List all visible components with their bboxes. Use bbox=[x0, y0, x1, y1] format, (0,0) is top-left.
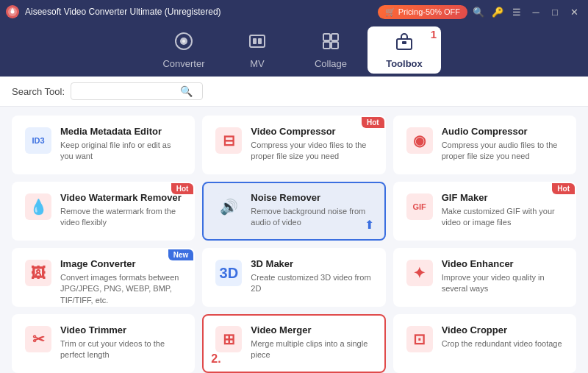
close-btn[interactable]: ✕ bbox=[566, 4, 582, 20]
tool-info-video-trimmer: Video TrimmerTrim or cut your videos to … bbox=[60, 324, 183, 361]
tool-desc-gif-maker: Make customized GIF with your video or i… bbox=[442, 206, 564, 229]
app-title: Aiseesoft Video Converter Ultimate (Unre… bbox=[25, 7, 378, 17]
icon-wrap-gif-maker: GIF bbox=[405, 192, 434, 221]
tool-card-image-converter[interactable]: New🖼Image ConverterConvert images format… bbox=[12, 248, 195, 307]
svg-rect-11 bbox=[331, 42, 338, 49]
tool-desc-audio-compressor: Compress your audio files to the proper … bbox=[442, 140, 564, 163]
tool-info-video-cropper: Video CropperCrop the redundant video fo… bbox=[442, 324, 564, 349]
tool-name-video-trimmer: Video Trimmer bbox=[60, 324, 183, 335]
tool-desc-media-metadata-editor: Keep original file info or edit as you w… bbox=[60, 140, 183, 163]
tool-name-audio-compressor: Audio Compressor bbox=[442, 126, 564, 137]
icon-wrap-noise-remover: 🔊 bbox=[214, 192, 243, 221]
search-submit-btn[interactable]: 🔍 bbox=[180, 85, 193, 97]
tool-desc-video-watermark-remover: Remove the watermark from the video flex… bbox=[60, 206, 183, 229]
nav-bar: Converter MV Collage 1 bbox=[0, 24, 588, 77]
key-btn[interactable]: 🔑 bbox=[490, 4, 506, 20]
nav-item-collage[interactable]: Collage bbox=[294, 26, 368, 74]
tool-desc-video-compressor: Compress your video files to the proper … bbox=[251, 140, 373, 163]
icon-audio-compressor: ◉ bbox=[406, 127, 433, 154]
tool-card-video-trimmer[interactable]: ✂Video TrimmerTrim or cut your videos to… bbox=[12, 314, 195, 373]
icon-image-converter: 🖼 bbox=[25, 260, 51, 286]
icon-video-cropper: ⊡ bbox=[406, 326, 433, 352]
tool-name-video-compressor: Video Compressor bbox=[251, 126, 373, 137]
tool-card-video-cropper[interactable]: ⊡Video CropperCrop the redundant video f… bbox=[393, 314, 576, 373]
tool-card-video-compressor[interactable]: Hot⊟Video CompressorCompress your video … bbox=[202, 116, 385, 174]
tool-desc-video-enhancer: Improve your video quality in several wa… bbox=[442, 272, 564, 295]
tool-info-media-metadata-editor: Media Metadata EditorKeep original file … bbox=[60, 126, 183, 163]
tool-card-media-metadata-editor[interactable]: ID3Media Metadata EditorKeep original fi… bbox=[12, 116, 195, 174]
tool-desc-3d-maker: Create customized 3D video from 2D bbox=[251, 272, 373, 295]
tool-desc-video-merger: Merge multiple clips into a single piece bbox=[251, 338, 373, 361]
svg-rect-8 bbox=[323, 34, 330, 40]
tool-info-video-merger: Video MergerMerge multiple clips into a … bbox=[251, 324, 373, 361]
toolbox-number: 1 bbox=[431, 28, 437, 40]
toolbox-icon bbox=[395, 32, 414, 55]
tool-info-video-compressor: Video CompressorCompress your video file… bbox=[251, 126, 373, 163]
tool-name-video-enhancer: Video Enhancer bbox=[442, 258, 564, 269]
icon-video-watermark-remover: 💧 bbox=[25, 193, 51, 220]
icon-video-compressor: ⊟ bbox=[215, 127, 242, 154]
svg-rect-7 bbox=[258, 38, 262, 44]
tool-info-image-converter: Image ConverterConvert images formats be… bbox=[60, 258, 183, 306]
tool-desc-noise-remover: Remove background noise from audio of vi… bbox=[251, 206, 373, 229]
tool-info-noise-remover: Noise RemoverRemove background noise fro… bbox=[251, 192, 373, 229]
tool-desc-image-converter: Convert images formats between JPG/JPEG,… bbox=[60, 272, 183, 306]
badge-video-watermark-remover: Hot bbox=[171, 183, 194, 194]
search-label: Search Tool: bbox=[12, 86, 65, 97]
badge-video-compressor: Hot bbox=[362, 117, 384, 128]
pricing-label: Pricing-50% OFF bbox=[398, 7, 460, 16]
icon-wrap-video-merger: ⊞ bbox=[214, 324, 243, 354]
pricing-button[interactable]: 🛒 Pricing-50% OFF bbox=[378, 5, 467, 19]
svg-point-1 bbox=[11, 10, 15, 14]
svg-point-4 bbox=[182, 40, 185, 43]
icon-noise-remover: 🔊 bbox=[215, 193, 242, 220]
maximize-btn[interactable]: □ bbox=[547, 4, 563, 20]
icon-3d-maker: 3D bbox=[215, 260, 242, 286]
tool-card-video-watermark-remover[interactable]: Hot💧Video Watermark RemoverRemove the wa… bbox=[12, 182, 195, 241]
tool-info-video-enhancer: Video EnhancerImprove your video quality… bbox=[442, 258, 564, 295]
icon-wrap-video-watermark-remover: 💧 bbox=[24, 192, 53, 221]
converter-icon bbox=[174, 32, 193, 55]
search-bar: Search Tool: 🔍 bbox=[0, 77, 588, 107]
icon-video-enhancer: ✦ bbox=[406, 260, 433, 286]
minimize-btn[interactable]: ─ bbox=[528, 4, 544, 20]
tool-card-audio-compressor[interactable]: ◉Audio CompressorCompress your audio fil… bbox=[393, 116, 576, 174]
svg-rect-5 bbox=[250, 35, 265, 47]
icon-wrap-video-enhancer: ✦ bbox=[405, 258, 434, 288]
tool-name-video-merger: Video Merger bbox=[251, 324, 373, 335]
icon-wrap-audio-compressor: ◉ bbox=[405, 126, 434, 155]
app-logo bbox=[6, 5, 19, 18]
icon-media-metadata-editor: ID3 bbox=[25, 127, 51, 154]
icon-video-trimmer: ✂ bbox=[25, 326, 51, 352]
tool-card-3d-maker[interactable]: 3D3D MakerCreate customized 3D video fro… bbox=[202, 248, 385, 307]
title-bar-actions: 🛒 Pricing-50% OFF 🔍 🔑 ☰ ─ □ ✕ bbox=[378, 4, 582, 20]
tool-name-media-metadata-editor: Media Metadata Editor bbox=[60, 126, 183, 137]
menu-btn[interactable]: ☰ bbox=[509, 4, 525, 20]
card-number-video-merger: 2. bbox=[211, 352, 220, 366]
tool-card-noise-remover[interactable]: 🔊Noise RemoverRemove background noise fr… bbox=[202, 182, 385, 241]
nav-item-converter[interactable]: Converter bbox=[147, 26, 220, 74]
tool-desc-video-cropper: Crop the redundant video footage bbox=[442, 338, 564, 349]
tool-name-video-watermark-remover: Video Watermark Remover bbox=[60, 192, 183, 203]
collage-icon bbox=[321, 32, 340, 55]
search-input-wrap: 🔍 bbox=[71, 82, 203, 100]
icon-wrap-3d-maker: 3D bbox=[214, 258, 243, 288]
tool-info-audio-compressor: Audio CompressorCompress your audio file… bbox=[442, 126, 564, 163]
svg-rect-10 bbox=[323, 42, 330, 49]
nav-item-toolbox[interactable]: 1 Toolbox bbox=[368, 26, 441, 74]
search-window-btn[interactable]: 🔍 bbox=[470, 4, 487, 20]
mv-icon bbox=[248, 32, 267, 55]
tool-card-video-merger[interactable]: ⊞Video MergerMerge multiple clips into a… bbox=[202, 314, 385, 373]
tool-card-video-enhancer[interactable]: ✦Video EnhancerImprove your video qualit… bbox=[393, 248, 576, 307]
tool-name-3d-maker: 3D Maker bbox=[251, 258, 373, 269]
tool-card-gif-maker[interactable]: HotGIFGIF MakerMake customized GIF with … bbox=[393, 182, 576, 241]
search-input[interactable] bbox=[77, 86, 180, 97]
nav-item-mv[interactable]: MV bbox=[220, 26, 294, 74]
tools-grid: ID3Media Metadata EditorKeep original fi… bbox=[0, 107, 588, 373]
icon-gif-maker: GIF bbox=[406, 193, 433, 220]
tool-name-video-cropper: Video Cropper bbox=[442, 324, 564, 335]
tool-info-3d-maker: 3D MakerCreate customized 3D video from … bbox=[251, 258, 373, 295]
mv-label: MV bbox=[250, 58, 265, 69]
svg-rect-9 bbox=[331, 34, 338, 40]
tool-name-noise-remover: Noise Remover bbox=[251, 192, 373, 203]
